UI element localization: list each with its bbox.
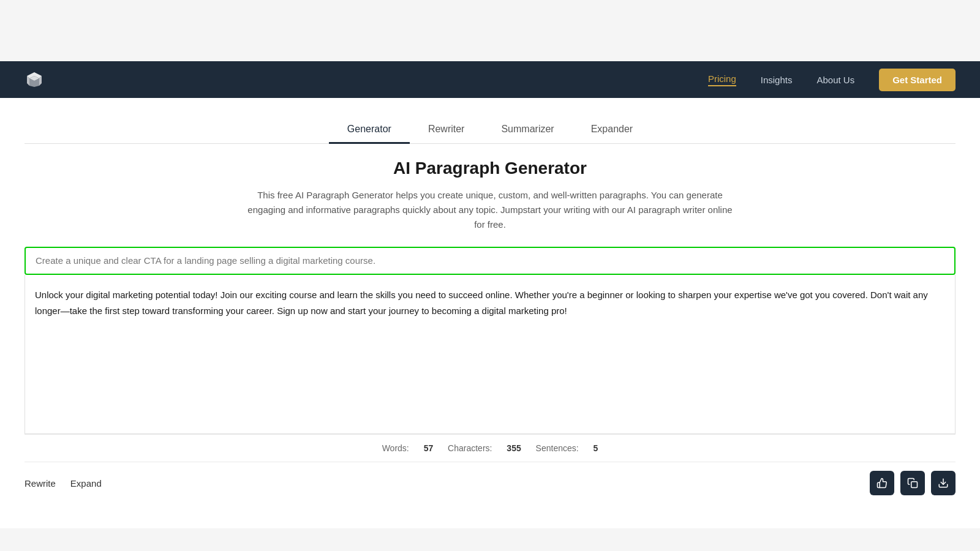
- output-text: Unlock your digital marketing potential …: [35, 287, 945, 318]
- words-label: Words:: [382, 443, 409, 453]
- thumbs-up-icon: [876, 478, 888, 489]
- chars-value: 355: [507, 443, 521, 453]
- tab-expander[interactable]: Expander: [573, 116, 652, 144]
- nav-pricing[interactable]: Pricing: [708, 73, 736, 86]
- copy-icon: [907, 478, 918, 489]
- logo: [24, 70, 44, 89]
- sentences-value: 5: [594, 443, 598, 453]
- sentences-label: Sentences:: [536, 443, 579, 453]
- nav-about-us[interactable]: About Us: [816, 75, 854, 85]
- rewrite-button[interactable]: Rewrite: [24, 478, 56, 489]
- tab-rewriter[interactable]: Rewriter: [410, 116, 483, 144]
- page-title: AI Paragraph Generator: [24, 159, 956, 178]
- thumbs-up-button[interactable]: [870, 471, 894, 495]
- stats-bar: Words: 57 Characters: 355 Sentences: 5: [24, 434, 956, 462]
- icon-actions: [870, 471, 956, 495]
- output-area: Unlock your digital marketing potential …: [24, 275, 956, 434]
- navbar: Pricing Insights About Us Get Started: [0, 61, 980, 98]
- svg-rect-0: [911, 482, 918, 488]
- main-content: Generator Rewriter Summarizer Expander A…: [0, 98, 980, 528]
- action-row: Rewrite Expand: [24, 462, 956, 504]
- tab-generator[interactable]: Generator: [329, 116, 410, 144]
- copy-button[interactable]: [900, 471, 925, 495]
- download-icon: [938, 478, 949, 489]
- logo-icon: [24, 70, 44, 89]
- expand-button[interactable]: Expand: [70, 478, 102, 489]
- page-description: This free AI Paragraph Generator helps y…: [245, 188, 735, 232]
- words-value: 57: [424, 443, 434, 453]
- prompt-input[interactable]: [36, 255, 944, 266]
- download-button[interactable]: [931, 471, 956, 495]
- get-started-button[interactable]: Get Started: [879, 69, 956, 91]
- navbar-links: Pricing Insights About Us Get Started: [708, 69, 956, 91]
- tab-summarizer[interactable]: Summarizer: [483, 116, 572, 144]
- chars-label: Characters:: [448, 443, 492, 453]
- input-container: [24, 247, 956, 275]
- nav-insights[interactable]: Insights: [761, 75, 793, 85]
- tabs-container: Generator Rewriter Summarizer Expander: [24, 116, 956, 144]
- text-actions: Rewrite Expand: [24, 478, 102, 489]
